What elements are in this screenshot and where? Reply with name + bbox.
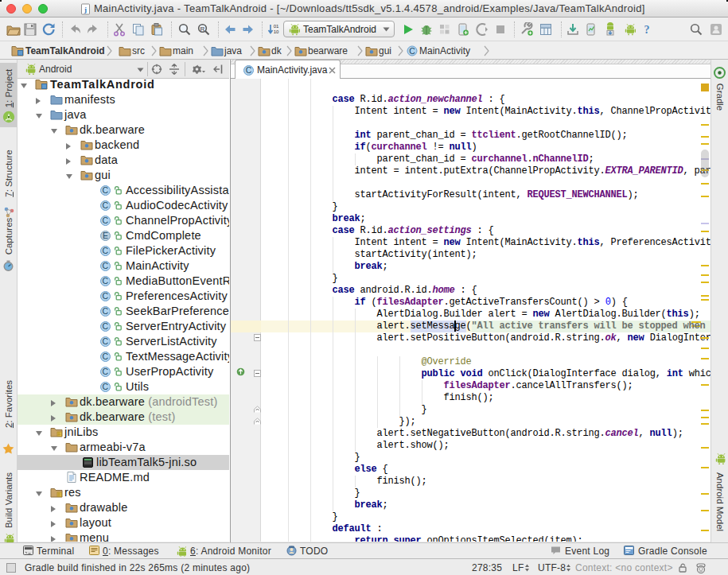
svg-text:E: E (103, 231, 108, 240)
svg-text:C: C (103, 352, 109, 361)
svg-text:C: C (103, 367, 109, 376)
svg-text:01: 01 (274, 24, 279, 29)
svg-text:?: ? (644, 24, 650, 36)
svg-text:C: C (103, 336, 109, 346)
svg-text:C: C (409, 46, 415, 56)
svg-text:C: C (246, 65, 252, 75)
svg-text:10: 10 (274, 29, 279, 34)
svg-text:C: C (103, 246, 109, 255)
svg-text:C: C (103, 291, 109, 301)
svg-text:j: j (84, 6, 87, 14)
svg-text:C: C (103, 216, 109, 225)
svg-text:C: C (103, 382, 109, 391)
svg-text:C: C (103, 276, 109, 286)
svg-text:R: R (200, 25, 205, 33)
svg-text:C: C (103, 321, 109, 331)
svg-text:C: C (103, 200, 109, 210)
svg-text:C: C (103, 185, 109, 195)
svg-text:C: C (103, 261, 109, 270)
svg-text:C: C (103, 306, 109, 316)
